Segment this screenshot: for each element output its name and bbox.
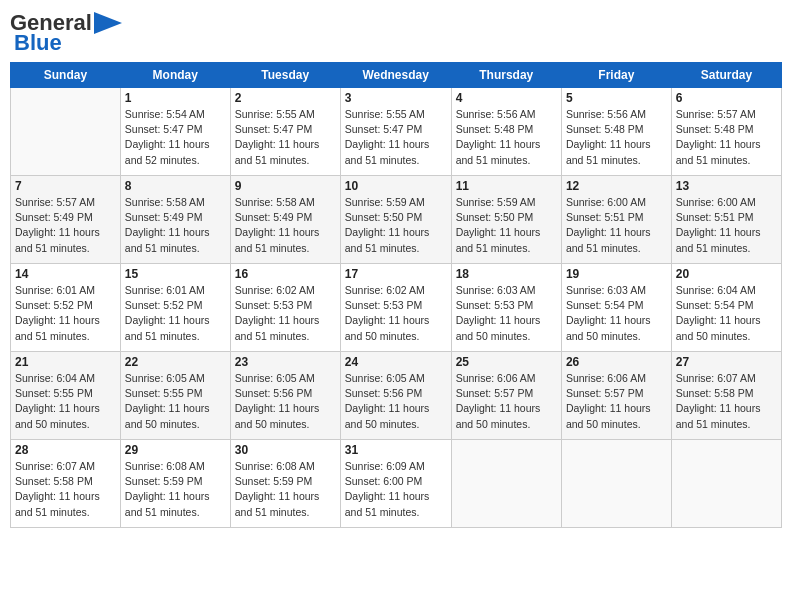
day-info: Sunrise: 5:57 AM Sunset: 5:49 PM Dayligh… [15,195,116,256]
calendar-day-cell: 24Sunrise: 6:05 AM Sunset: 5:56 PM Dayli… [340,352,451,440]
day-info: Sunrise: 6:04 AM Sunset: 5:54 PM Dayligh… [676,283,777,344]
day-info: Sunrise: 6:01 AM Sunset: 5:52 PM Dayligh… [15,283,116,344]
calendar-header-wednesday: Wednesday [340,63,451,88]
day-info: Sunrise: 6:06 AM Sunset: 5:57 PM Dayligh… [456,371,557,432]
calendar-day-cell: 22Sunrise: 6:05 AM Sunset: 5:55 PM Dayli… [120,352,230,440]
calendar-day-cell: 8Sunrise: 5:58 AM Sunset: 5:49 PM Daylig… [120,176,230,264]
calendar-body: 1Sunrise: 5:54 AM Sunset: 5:47 PM Daylig… [11,88,782,528]
calendar-day-cell: 20Sunrise: 6:04 AM Sunset: 5:54 PM Dayli… [671,264,781,352]
day-number: 16 [235,267,336,281]
calendar-day-cell: 31Sunrise: 6:09 AM Sunset: 6:00 PM Dayli… [340,440,451,528]
calendar-day-cell: 28Sunrise: 6:07 AM Sunset: 5:58 PM Dayli… [11,440,121,528]
calendar-table: SundayMondayTuesdayWednesdayThursdayFrid… [10,62,782,528]
day-info: Sunrise: 5:56 AM Sunset: 5:48 PM Dayligh… [456,107,557,168]
day-number: 14 [15,267,116,281]
day-info: Sunrise: 6:07 AM Sunset: 5:58 PM Dayligh… [676,371,777,432]
day-number: 8 [125,179,226,193]
calendar-day-cell: 9Sunrise: 5:58 AM Sunset: 5:49 PM Daylig… [230,176,340,264]
day-number: 30 [235,443,336,457]
day-number: 6 [676,91,777,105]
day-info: Sunrise: 6:06 AM Sunset: 5:57 PM Dayligh… [566,371,667,432]
calendar-week-row: 1Sunrise: 5:54 AM Sunset: 5:47 PM Daylig… [11,88,782,176]
day-number: 24 [345,355,447,369]
day-info: Sunrise: 5:57 AM Sunset: 5:48 PM Dayligh… [676,107,777,168]
calendar-header-monday: Monday [120,63,230,88]
day-info: Sunrise: 6:01 AM Sunset: 5:52 PM Dayligh… [125,283,226,344]
day-info: Sunrise: 5:59 AM Sunset: 5:50 PM Dayligh… [456,195,557,256]
calendar-day-cell: 26Sunrise: 6:06 AM Sunset: 5:57 PM Dayli… [561,352,671,440]
day-number: 19 [566,267,667,281]
day-number: 28 [15,443,116,457]
day-number: 1 [125,91,226,105]
day-number: 2 [235,91,336,105]
calendar-day-cell: 13Sunrise: 6:00 AM Sunset: 5:51 PM Dayli… [671,176,781,264]
calendar-day-cell: 5Sunrise: 5:56 AM Sunset: 5:48 PM Daylig… [561,88,671,176]
calendar-day-cell: 21Sunrise: 6:04 AM Sunset: 5:55 PM Dayli… [11,352,121,440]
day-number: 11 [456,179,557,193]
day-info: Sunrise: 6:05 AM Sunset: 5:56 PM Dayligh… [235,371,336,432]
calendar-day-cell: 11Sunrise: 5:59 AM Sunset: 5:50 PM Dayli… [451,176,561,264]
calendar-day-cell: 6Sunrise: 5:57 AM Sunset: 5:48 PM Daylig… [671,88,781,176]
calendar-day-cell: 16Sunrise: 6:02 AM Sunset: 5:53 PM Dayli… [230,264,340,352]
calendar-day-cell: 29Sunrise: 6:08 AM Sunset: 5:59 PM Dayli… [120,440,230,528]
calendar-header-row: SundayMondayTuesdayWednesdayThursdayFrid… [11,63,782,88]
calendar-day-cell: 23Sunrise: 6:05 AM Sunset: 5:56 PM Dayli… [230,352,340,440]
day-info: Sunrise: 5:56 AM Sunset: 5:48 PM Dayligh… [566,107,667,168]
calendar-week-row: 21Sunrise: 6:04 AM Sunset: 5:55 PM Dayli… [11,352,782,440]
day-info: Sunrise: 6:05 AM Sunset: 5:55 PM Dayligh… [125,371,226,432]
day-info: Sunrise: 5:58 AM Sunset: 5:49 PM Dayligh… [125,195,226,256]
day-info: Sunrise: 5:55 AM Sunset: 5:47 PM Dayligh… [235,107,336,168]
calendar-day-cell [451,440,561,528]
calendar-day-cell: 27Sunrise: 6:07 AM Sunset: 5:58 PM Dayli… [671,352,781,440]
calendar-day-cell: 10Sunrise: 5:59 AM Sunset: 5:50 PM Dayli… [340,176,451,264]
svg-marker-0 [94,12,122,34]
day-number: 22 [125,355,226,369]
calendar-day-cell: 1Sunrise: 5:54 AM Sunset: 5:47 PM Daylig… [120,88,230,176]
day-number: 3 [345,91,447,105]
day-number: 4 [456,91,557,105]
day-number: 17 [345,267,447,281]
calendar-header-thursday: Thursday [451,63,561,88]
day-number: 18 [456,267,557,281]
day-info: Sunrise: 6:03 AM Sunset: 5:54 PM Dayligh… [566,283,667,344]
calendar-day-cell: 19Sunrise: 6:03 AM Sunset: 5:54 PM Dayli… [561,264,671,352]
day-number: 12 [566,179,667,193]
day-number: 21 [15,355,116,369]
day-info: Sunrise: 6:09 AM Sunset: 6:00 PM Dayligh… [345,459,447,520]
day-number: 25 [456,355,557,369]
calendar-header-tuesday: Tuesday [230,63,340,88]
calendar-day-cell: 18Sunrise: 6:03 AM Sunset: 5:53 PM Dayli… [451,264,561,352]
calendar-day-cell: 25Sunrise: 6:06 AM Sunset: 5:57 PM Dayli… [451,352,561,440]
day-number: 27 [676,355,777,369]
day-number: 29 [125,443,226,457]
day-info: Sunrise: 5:54 AM Sunset: 5:47 PM Dayligh… [125,107,226,168]
calendar-day-cell: 15Sunrise: 6:01 AM Sunset: 5:52 PM Dayli… [120,264,230,352]
day-info: Sunrise: 6:00 AM Sunset: 5:51 PM Dayligh… [676,195,777,256]
calendar-day-cell: 17Sunrise: 6:02 AM Sunset: 5:53 PM Dayli… [340,264,451,352]
day-info: Sunrise: 6:00 AM Sunset: 5:51 PM Dayligh… [566,195,667,256]
calendar-header-sunday: Sunday [11,63,121,88]
logo: General Blue [10,10,122,56]
day-number: 15 [125,267,226,281]
calendar-day-cell: 3Sunrise: 5:55 AM Sunset: 5:47 PM Daylig… [340,88,451,176]
day-number: 10 [345,179,447,193]
calendar-day-cell [561,440,671,528]
day-number: 26 [566,355,667,369]
calendar-day-cell: 7Sunrise: 5:57 AM Sunset: 5:49 PM Daylig… [11,176,121,264]
calendar-day-cell [11,88,121,176]
calendar-day-cell: 14Sunrise: 6:01 AM Sunset: 5:52 PM Dayli… [11,264,121,352]
calendar-day-cell [671,440,781,528]
day-number: 5 [566,91,667,105]
day-info: Sunrise: 6:02 AM Sunset: 5:53 PM Dayligh… [235,283,336,344]
day-info: Sunrise: 6:02 AM Sunset: 5:53 PM Dayligh… [345,283,447,344]
day-number: 31 [345,443,447,457]
day-number: 13 [676,179,777,193]
day-info: Sunrise: 5:58 AM Sunset: 5:49 PM Dayligh… [235,195,336,256]
day-info: Sunrise: 5:55 AM Sunset: 5:47 PM Dayligh… [345,107,447,168]
calendar-week-row: 7Sunrise: 5:57 AM Sunset: 5:49 PM Daylig… [11,176,782,264]
calendar-header-friday: Friday [561,63,671,88]
logo-blue: Blue [14,30,62,56]
day-info: Sunrise: 6:05 AM Sunset: 5:56 PM Dayligh… [345,371,447,432]
day-info: Sunrise: 6:08 AM Sunset: 5:59 PM Dayligh… [125,459,226,520]
day-number: 23 [235,355,336,369]
